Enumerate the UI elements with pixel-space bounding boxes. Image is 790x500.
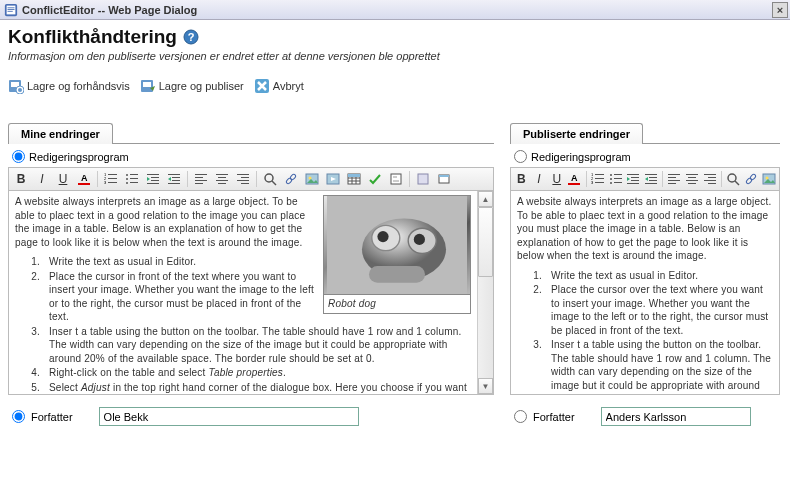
scroll-up-button[interactable]: ▲ [478,191,493,207]
align-left-button[interactable] [667,170,682,188]
svg-rect-39 [195,183,203,184]
align-center-button[interactable] [685,170,700,188]
svg-rect-75 [568,183,580,185]
align-center-button[interactable] [213,170,231,188]
svg-point-83 [610,178,612,180]
svg-rect-73 [369,266,425,283]
unordered-list-button[interactable] [608,170,623,188]
right-editor[interactable]: A website always interprets an image as … [510,191,780,395]
svg-rect-102 [686,180,698,181]
font-color-button[interactable]: A [567,170,582,188]
svg-rect-41 [218,177,226,178]
svg-rect-94 [649,180,657,181]
left-author-radio[interactable] [12,410,25,423]
save-preview-label: Lagre og forhåndsvis [27,80,130,92]
list-item: Place the cursor over the text where you… [545,283,773,337]
form-button[interactable] [387,170,405,188]
svg-rect-81 [595,182,604,183]
tab-my-changes[interactable]: Mine endringer [8,123,113,144]
svg-rect-44 [237,174,249,175]
right-editor-content[interactable]: A website always interprets an image as … [511,191,779,394]
left-editor-radio[interactable] [12,150,25,163]
cancel-label: Avbryt [273,80,304,92]
svg-rect-88 [627,174,639,175]
font-color-button[interactable]: A [75,170,93,188]
page-header: Konflikthåndtering ? Informasjon om den … [0,20,790,66]
svg-rect-28 [147,174,159,175]
insert-image-button[interactable] [303,170,321,188]
svg-rect-103 [688,183,696,184]
right-author-input[interactable] [601,407,751,426]
spellcheck-button[interactable] [366,170,384,188]
svg-point-24 [126,182,128,184]
save-publish-button[interactable]: Lagre og publiser [140,78,244,94]
svg-point-10 [18,88,22,92]
left-editor-content[interactable]: Robot dog A website always interprets an… [9,191,477,394]
search-button[interactable] [726,170,741,188]
svg-point-82 [610,174,612,176]
right-author-radio[interactable] [514,410,527,423]
save-preview-button[interactable]: Lagre og forhåndsvis [8,78,130,94]
left-scrollbar[interactable]: ▲ ▼ [477,191,493,394]
insert-image-button[interactable] [761,170,776,188]
svg-rect-87 [614,182,622,183]
right-editor-radio[interactable] [514,150,527,163]
window-close-button[interactable]: × [772,2,788,18]
underline-button[interactable]: U [549,170,564,188]
italic-button[interactable]: I [33,170,51,188]
svg-rect-106 [704,180,716,181]
ordered-list-button[interactable]: 123 [102,170,120,188]
compare-panels: Mine endringer Redigeringsprogram B I U … [0,122,790,432]
svg-rect-97 [668,177,676,178]
outdent-button[interactable] [144,170,162,188]
align-right-button[interactable] [703,170,718,188]
svg-rect-34 [172,180,180,181]
svg-rect-30 [151,180,159,181]
svg-rect-36 [195,174,207,175]
svg-rect-62 [393,176,397,178]
underline-button[interactable]: U [54,170,72,188]
window-title: ConflictEditor -- Web Page Dialog [22,4,197,16]
cancel-button[interactable]: Avbryt [254,78,304,94]
bold-button[interactable]: B [514,170,529,188]
italic-button[interactable]: I [532,170,547,188]
svg-point-48 [265,174,273,182]
help-icon[interactable]: ? [183,29,199,45]
insert-link-button[interactable] [282,170,300,188]
svg-point-23 [126,178,128,180]
bold-button[interactable]: B [12,170,30,188]
svg-rect-43 [218,183,226,184]
align-right-button[interactable] [234,170,252,188]
indent-button[interactable] [644,170,659,188]
list-item: Select Adjust in the top right hand corn… [43,381,471,395]
svg-rect-20 [108,178,117,179]
svg-point-84 [610,182,612,184]
scroll-down-button[interactable]: ▼ [478,378,493,394]
insert-link-button[interactable] [744,170,759,188]
right-intro-text: A website always interprets an image as … [517,195,773,263]
tab-published-changes[interactable]: Publiserte endringer [510,123,643,144]
scroll-thumb[interactable] [478,207,493,277]
svg-text:A: A [571,173,578,183]
list-item: Write the text as usual in Editor. [545,269,773,283]
search-button[interactable] [261,170,279,188]
insert-media-button[interactable] [324,170,342,188]
toolbar-extra-2[interactable] [435,170,453,188]
toolbar-extra-1[interactable] [414,170,432,188]
svg-rect-61 [391,174,401,184]
insert-table-button[interactable] [345,170,363,188]
svg-text:?: ? [188,31,195,43]
ordered-list-button[interactable]: 123 [591,170,606,188]
svg-rect-60 [348,174,360,177]
svg-rect-85 [614,174,622,175]
left-editor[interactable]: Robot dog A website always interprets an… [8,191,494,395]
svg-rect-12 [143,82,151,87]
svg-point-50 [285,177,292,184]
left-author-input[interactable] [99,407,359,426]
editor-image-caption: Robot dog [324,294,470,313]
outdent-button[interactable] [626,170,641,188]
svg-rect-80 [595,178,604,179]
align-left-button[interactable] [192,170,210,188]
indent-button[interactable] [165,170,183,188]
unordered-list-button[interactable] [123,170,141,188]
